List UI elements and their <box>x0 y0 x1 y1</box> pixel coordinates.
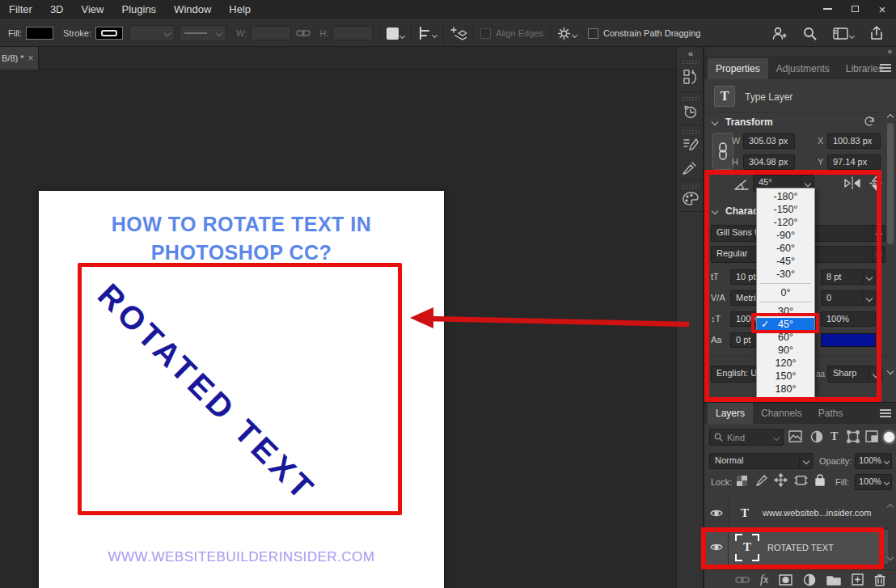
section-collapse-icon[interactable] <box>712 119 718 125</box>
scroll-up-icon[interactable] <box>887 504 894 510</box>
brush-settings-icon[interactable] <box>683 137 699 153</box>
tracking-field[interactable]: 0 <box>821 290 876 306</box>
layer-row-rotated-text[interactable]: T ROTATED TEXT <box>704 530 888 565</box>
new-layer-icon[interactable] <box>852 573 864 586</box>
scroll-up-icon[interactable] <box>887 114 894 121</box>
share-icon[interactable] <box>870 26 883 40</box>
angle-option-selected[interactable]: ✓45° <box>757 318 814 331</box>
tool-presets-icon[interactable] <box>683 160 699 176</box>
fill-dropdown-button[interactable] <box>881 475 891 489</box>
filter-type-layers-icon[interactable]: T <box>830 430 838 443</box>
text-layer-thumbnail-selected[interactable]: T <box>735 534 759 561</box>
layer-comps-icon[interactable] <box>683 68 699 86</box>
scroll-down-icon[interactable] <box>887 554 894 561</box>
lock-artboard-icon[interactable] <box>794 474 808 487</box>
angle-option[interactable]: -150° <box>757 203 814 216</box>
leading-field[interactable]: 8 pt <box>821 269 876 285</box>
scrollbar-thumb[interactable] <box>887 123 894 244</box>
tab-adjustments[interactable]: Adjustments <box>768 58 838 79</box>
filter-pixel-layers-icon[interactable] <box>788 430 802 442</box>
font-family-dropdown-button[interactable] <box>872 226 885 241</box>
visibility-toggle[interactable] <box>704 530 729 565</box>
path-arrangement-button[interactable] <box>450 26 467 40</box>
angle-option[interactable]: 180° <box>757 383 814 396</box>
panel-expand-strip[interactable]: » <box>704 47 896 57</box>
menu-view[interactable]: View <box>73 0 113 19</box>
layer-style-icon[interactable]: fx <box>760 573 768 586</box>
angle-option[interactable]: -45° <box>757 255 814 268</box>
delete-layer-icon[interactable] <box>874 573 885 586</box>
transform-x-field[interactable]: 100.83 px <box>827 133 881 149</box>
collapse-panels-button[interactable]: « <box>677 49 704 58</box>
align-edges-option[interactable]: Align Edges <box>480 28 543 39</box>
constrain-path-option[interactable]: Constrain Path Dragging <box>588 28 700 39</box>
menu-3d[interactable]: 3D <box>41 0 73 19</box>
horizontal-scale-field[interactable]: 100% <box>821 311 876 327</box>
section-collapse-icon[interactable] <box>712 208 718 214</box>
filter-smart-objects-icon[interactable] <box>865 430 878 442</box>
leading-dropdown-button[interactable] <box>862 270 875 284</box>
anti-alias-dropdown-button[interactable] <box>869 366 881 382</box>
lock-transparency-icon[interactable] <box>737 476 747 486</box>
path-alignment-button[interactable] <box>418 27 437 40</box>
add-user-icon[interactable] <box>771 26 787 40</box>
menu-filter[interactable]: Filter <box>0 0 41 19</box>
flip-vertical-icon[interactable] <box>869 175 885 192</box>
angle-option[interactable]: -120° <box>757 216 814 229</box>
font-style-dropdown-button[interactable] <box>872 247 885 262</box>
document-tab[interactable]: B/8) * × <box>0 47 39 70</box>
angle-option[interactable]: -180° <box>757 190 814 203</box>
visibility-toggle[interactable] <box>704 497 729 528</box>
angle-option[interactable]: 60° <box>757 331 814 344</box>
tab-channels[interactable]: Channels <box>753 403 810 424</box>
anti-alias-select[interactable]: Sharp <box>827 366 882 383</box>
stroke-swatch[interactable] <box>95 27 123 40</box>
canvas[interactable]: HOW TO ROTATE TEXT IN PHOTOSHOP CC? ROTA… <box>39 191 444 588</box>
angle-option[interactable]: 0° <box>757 286 814 299</box>
transform-h-field[interactable]: 304.98 px <box>743 154 795 170</box>
transform-w-field[interactable]: 305.03 px <box>743 133 795 149</box>
lock-all-icon[interactable] <box>814 473 826 487</box>
tab-paths[interactable]: Paths <box>810 403 852 424</box>
tracking-dropdown-button[interactable] <box>862 291 875 305</box>
filter-toggle-icon[interactable] <box>884 432 894 442</box>
angle-option[interactable]: -30° <box>757 268 814 281</box>
add-mask-icon[interactable] <box>779 574 792 586</box>
text-layer-thumbnail[interactable]: T <box>735 503 754 522</box>
flip-horizontal-icon[interactable] <box>843 176 861 190</box>
link-dimensions-button[interactable] <box>712 133 733 170</box>
filter-shape-layers-icon[interactable] <box>847 430 860 443</box>
align-edges-checkbox[interactable] <box>480 28 491 39</box>
angle-option[interactable]: 120° <box>757 357 814 370</box>
menu-help[interactable]: Help <box>220 0 260 19</box>
text-color-swatch[interactable] <box>821 333 876 347</box>
path-operations-button[interactable] <box>387 27 404 40</box>
tab-close-icon[interactable]: × <box>28 53 34 64</box>
minimize-button[interactable] <box>814 0 841 18</box>
angle-option[interactable]: 30° <box>757 305 814 318</box>
add-adjustment-icon[interactable] <box>803 573 816 586</box>
layer-row-url-text[interactable]: T www.websiteb...insider.com <box>704 497 888 529</box>
new-group-icon[interactable] <box>826 574 841 586</box>
panel-menu-icon[interactable] <box>880 64 891 72</box>
gear-button[interactable] <box>557 27 577 40</box>
workspace-switcher[interactable] <box>833 27 854 40</box>
angle-option[interactable]: -90° <box>757 229 814 242</box>
link-layers-icon[interactable] <box>735 576 750 584</box>
opacity-dropdown-button[interactable] <box>881 454 891 468</box>
constrain-path-checkbox[interactable] <box>588 28 598 39</box>
scroll-down-icon[interactable] <box>887 368 894 374</box>
fill-select[interactable]: 100% <box>855 474 892 490</box>
history-icon[interactable] <box>683 104 699 120</box>
tab-layers[interactable]: Layers <box>708 403 753 424</box>
panel-menu-icon[interactable] <box>880 409 891 417</box>
angle-option[interactable]: -60° <box>757 242 814 255</box>
blend-mode-select[interactable]: Normal <box>709 453 813 469</box>
lock-image-icon[interactable] <box>755 474 768 487</box>
lock-position-icon[interactable] <box>774 473 788 487</box>
search-icon[interactable] <box>803 27 817 40</box>
angle-option[interactable]: 150° <box>757 370 814 383</box>
swatches-icon[interactable] <box>683 192 699 206</box>
filter-kind-select[interactable]: Kind <box>709 429 784 446</box>
close-button[interactable]: × <box>869 0 896 18</box>
